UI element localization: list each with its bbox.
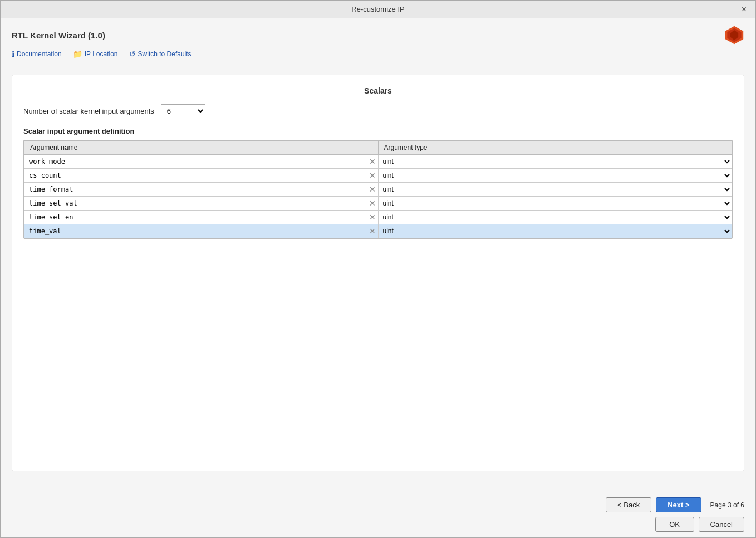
table-body: ✕uintintfloatdouble✕uintintfloatdouble✕u… <box>24 155 732 238</box>
arg-type-cell: uintintfloatdouble <box>378 155 732 169</box>
arg-type-select[interactable]: uintintfloatdouble <box>379 224 732 238</box>
action-row: OK Cancel <box>12 517 744 532</box>
arg-name-input[interactable] <box>24 183 367 195</box>
page-info: Page 3 of 6 <box>710 501 744 509</box>
arg-name-cell: ✕ <box>24 183 379 197</box>
divider <box>12 488 744 488</box>
main-panel: Scalars Number of scalar kernel input ar… <box>1 63 755 482</box>
next-button[interactable]: Next > <box>656 497 701 512</box>
wizard-title: RTL Kernel Wizard (1.0) <box>12 31 105 40</box>
table-row: ✕uintintfloatdouble <box>24 155 732 169</box>
toolbar: ℹ Documentation 📁 IP Location ↺ Switch t… <box>1 45 755 63</box>
arg-name-cell: ✕ <box>24 155 379 169</box>
xilinx-logo <box>724 25 744 45</box>
panel-box: Scalars Number of scalar kernel input ar… <box>12 75 744 471</box>
refresh-icon: ↺ <box>129 50 136 58</box>
table-container: Argument name Argument type ✕uintintfloa… <box>23 140 733 239</box>
col-arg-name-header: Argument name <box>24 141 379 155</box>
arg-name-input[interactable] <box>24 197 367 209</box>
section-title: Scalar input argument definition <box>23 127 733 135</box>
window-title: Re-customize IP <box>351 5 404 13</box>
arg-name-clear-button[interactable]: ✕ <box>367 199 378 207</box>
arg-name-cell: ✕ <box>24 169 379 183</box>
arg-type-cell: uintintfloatdouble <box>378 169 732 183</box>
documentation-label: Documentation <box>17 50 62 58</box>
arg-name-clear-button[interactable]: ✕ <box>367 158 378 165</box>
nav-row: < Back Next > Page 3 of 6 <box>12 497 744 512</box>
table-row: ✕uintintfloatdouble <box>24 224 732 238</box>
content-area: RTL Kernel Wizard (1.0) ℹ Documentation … <box>1 18 755 537</box>
ip-location-link[interactable]: 📁 IP Location <box>73 50 118 58</box>
arg-name-clear-button[interactable]: ✕ <box>367 227 378 235</box>
arg-name-clear-button[interactable]: ✕ <box>367 172 378 179</box>
arg-type-cell: uintintfloatdouble <box>378 183 732 197</box>
arg-name-clear-button[interactable]: ✕ <box>367 213 378 221</box>
close-button[interactable]: × <box>739 4 749 15</box>
title-bar: Re-customize IP × <box>1 1 755 18</box>
arg-name-cell: ✕ <box>24 197 379 211</box>
switch-to-defaults-label: Switch to Defaults <box>138 50 192 58</box>
wizard-header: RTL Kernel Wizard (1.0) <box>1 18 755 45</box>
table-row: ✕uintintfloatdouble <box>24 169 732 183</box>
arg-type-cell: uintintfloatdouble <box>378 211 732 224</box>
num-scalars-select[interactable]: 1 2 3 4 5 6 7 8 <box>161 104 205 118</box>
arg-name-input[interactable] <box>24 211 367 223</box>
scalar-table: Argument name Argument type ✕uintintfloa… <box>24 140 732 238</box>
num-scalars-label: Number of scalar kernel input arguments <box>23 107 154 115</box>
arg-name-input[interactable] <box>24 225 367 237</box>
main-window: Re-customize IP × RTL Kernel Wizard (1.0… <box>0 0 756 538</box>
arg-type-select[interactable]: uintintfloatdouble <box>379 183 732 196</box>
arg-name-input[interactable] <box>24 155 367 168</box>
cancel-button[interactable]: Cancel <box>699 517 744 532</box>
footer: < Back Next > Page 3 of 6 OK Cancel <box>1 482 755 537</box>
arg-type-cell: uintintfloatdouble <box>378 224 732 238</box>
arg-name-input[interactable] <box>24 169 367 182</box>
table-row: ✕uintintfloatdouble <box>24 197 732 211</box>
arg-name-cell: ✕ <box>24 224 379 238</box>
col-arg-type-header: Argument type <box>378 141 732 155</box>
arg-name-clear-button[interactable]: ✕ <box>367 185 378 193</box>
switch-to-defaults-link[interactable]: ↺ Switch to Defaults <box>129 50 192 58</box>
arg-name-cell: ✕ <box>24 211 379 224</box>
folder-icon: 📁 <box>73 50 82 58</box>
arg-type-cell: uintintfloatdouble <box>378 197 732 211</box>
table-row: ✕uintintfloatdouble <box>24 183 732 197</box>
info-icon: ℹ <box>12 50 14 58</box>
table-row: ✕uintintfloatdouble <box>24 211 732 224</box>
back-button[interactable]: < Back <box>606 497 651 512</box>
arg-type-select[interactable]: uintintfloatdouble <box>379 197 732 210</box>
table-header-row: Argument name Argument type <box>24 141 732 155</box>
arg-type-select[interactable]: uintintfloatdouble <box>379 155 732 168</box>
num-scalars-row: Number of scalar kernel input arguments … <box>23 104 733 118</box>
arg-type-select[interactable]: uintintfloatdouble <box>379 211 732 224</box>
arg-type-select[interactable]: uintintfloatdouble <box>379 169 732 182</box>
ip-location-label: IP Location <box>85 50 118 58</box>
documentation-link[interactable]: ℹ Documentation <box>12 50 62 58</box>
panel-title: Scalars <box>23 86 733 95</box>
ok-button[interactable]: OK <box>655 517 694 532</box>
